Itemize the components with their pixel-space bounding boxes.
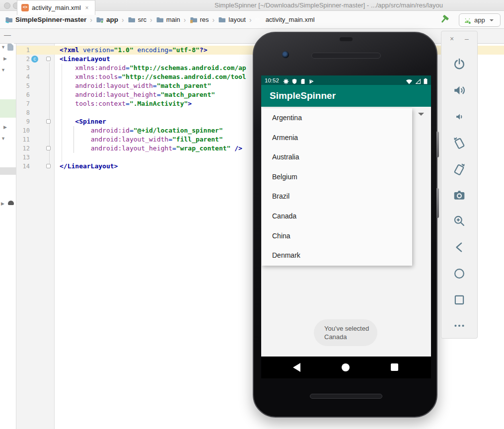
back-icon	[453, 241, 466, 254]
tree-expand-icon[interactable]	[1, 45, 5, 50]
spinner-item-brazil[interactable]: Brazil	[262, 187, 412, 207]
breadcrumb-item-simplespinner-master[interactable]: SimpleSpinner-master	[5, 16, 86, 24]
battery-icon	[424, 77, 428, 83]
phone-volume-button	[436, 188, 439, 218]
line-number: 14	[16, 162, 30, 171]
more-button[interactable]	[441, 313, 477, 339]
spinner-item-australia[interactable]: Australia	[262, 147, 412, 167]
folder-icon	[156, 16, 164, 24]
zoom-button[interactable]	[441, 208, 477, 234]
run-config-label: app	[474, 16, 485, 24]
emulator-close-icon[interactable]: ×	[447, 34, 456, 43]
chevron-down-icon	[490, 19, 494, 21]
back-icon[interactable]	[293, 363, 300, 372]
close-tab-icon[interactable]	[84, 4, 90, 11]
hide-panel-icon[interactable]	[4, 31, 12, 39]
app-title: SimpleSpinner	[270, 85, 336, 107]
breadcrumb-label: res	[200, 16, 209, 23]
sim-card-icon	[300, 77, 306, 83]
breadcrumb-item-main[interactable]: main	[156, 16, 180, 24]
rotate-right-icon	[453, 162, 466, 175]
play-store-icon	[308, 77, 314, 83]
line-number: 7	[16, 99, 30, 108]
module-folder-icon	[96, 16, 104, 24]
code-text: android:layout_height="wrap_content" />	[60, 144, 242, 153]
breadcrumb-separator: ›	[122, 16, 124, 24]
wifi-icon	[406, 77, 413, 83]
line-number: 6	[16, 90, 30, 99]
breadcrumb-item-app[interactable]: app	[96, 16, 118, 24]
spinner-dropdown-list: ArgentinaArmeniaAustraliaBelgiumBrazilCa…	[262, 108, 412, 266]
android-robot-icon	[463, 17, 472, 23]
volume-down-button[interactable]	[441, 103, 477, 130]
code-text: android:layout_width="match_parent"	[60, 81, 211, 90]
power-button[interactable]	[441, 51, 477, 77]
breadcrumb-item-activity-main-xml[interactable]: activity_main.xml	[255, 16, 315, 24]
line-number: 4	[16, 72, 30, 81]
zoom-icon	[453, 214, 466, 227]
build-hammer-icon[interactable]	[440, 14, 451, 25]
res-folder-icon	[190, 16, 198, 24]
more-icon	[453, 319, 466, 332]
line-number: 1	[16, 46, 30, 55]
home-icon[interactable]	[342, 363, 350, 371]
volume-up-button[interactable]	[441, 77, 477, 104]
close-window-icon[interactable]	[4, 2, 10, 9]
breadcrumb-separator: ›	[90, 16, 92, 24]
back-button[interactable]	[441, 234, 477, 261]
spinner-item-denmark[interactable]: Denmark	[262, 246, 412, 266]
app-content: ArgentinaArmeniaAustraliaBelgiumBrazilCa…	[261, 107, 431, 357]
rotate-right-button[interactable]	[441, 156, 477, 182]
spinner-item-canada[interactable]: Canada	[262, 207, 412, 226]
code-text: tools:context=".MainActivity">	[60, 99, 192, 108]
tree-expand-icon[interactable]	[1, 136, 5, 141]
spinner-item-armenia[interactable]: Armenia	[262, 128, 412, 148]
fold-marker-icon[interactable]	[46, 164, 51, 168]
emulator-phone: 10:52	[253, 32, 437, 418]
tree-collapse-icon[interactable]	[3, 56, 7, 61]
fold-marker-icon[interactable]	[46, 57, 51, 61]
line-number: 13	[16, 153, 30, 162]
spinner-item-argentina[interactable]: Argentina	[262, 108, 412, 128]
tree-expand-icon[interactable]	[1, 68, 5, 72]
code-text: <LinearLayout	[60, 55, 110, 64]
android-item-icon	[8, 201, 14, 205]
tab-activity-main-xml[interactable]: activity_main.xml	[17, 0, 95, 15]
line-number: 9	[16, 117, 30, 126]
line-number: 10	[16, 126, 30, 135]
breadcrumb-item-layout[interactable]: layout	[218, 16, 246, 24]
overview-icon[interactable]	[391, 363, 398, 371]
line-number: 12	[16, 144, 30, 153]
breadcrumb-label: src	[138, 16, 146, 23]
project-folder-icon	[5, 16, 13, 24]
window-title: SimpleSpinner [~/Downloads/SimpleSpinner…	[215, 1, 443, 9]
project-panel-sliver	[0, 44, 16, 429]
line-number: 11	[16, 135, 30, 144]
phone-power-button	[436, 132, 439, 157]
fold-marker-icon[interactable]	[46, 146, 51, 150]
spinner-dropdown-icon[interactable]	[418, 113, 424, 116]
line-number: 3	[16, 64, 30, 72]
run-configuration-select[interactable]: app	[459, 13, 501, 27]
breadcrumb-item-res[interactable]: res	[190, 16, 209, 24]
xml-file-icon	[255, 16, 263, 24]
emulator-minimize-icon[interactable]: –	[462, 34, 471, 43]
toast-text: You've selected Canada	[324, 324, 370, 341]
bottom-speaker	[310, 394, 382, 399]
take-screenshot-button[interactable]	[441, 182, 477, 208]
rotate-left-button[interactable]	[441, 130, 477, 156]
spinner-item-belgium[interactable]: Belgium	[262, 167, 412, 187]
tree-collapse-icon[interactable]	[3, 125, 7, 130]
tree-collapse-icon[interactable]	[1, 201, 4, 206]
gutter-component-icon[interactable]: c	[31, 56, 38, 63]
fold-marker-icon[interactable]	[46, 119, 51, 124]
home-icon	[453, 267, 466, 280]
take-screenshot-icon	[453, 189, 466, 202]
overview-button[interactable]	[441, 286, 477, 313]
breadcrumb-item-src[interactable]: src	[128, 16, 146, 24]
code-text: <Spinner	[60, 117, 106, 126]
tab-label: activity_main.xml	[32, 4, 81, 11]
android-studio-window: SimpleSpinner [~/Downloads/SimpleSpinner…	[0, 0, 504, 429]
home-button[interactable]	[441, 261, 477, 287]
spinner-item-china[interactable]: China	[262, 226, 412, 246]
